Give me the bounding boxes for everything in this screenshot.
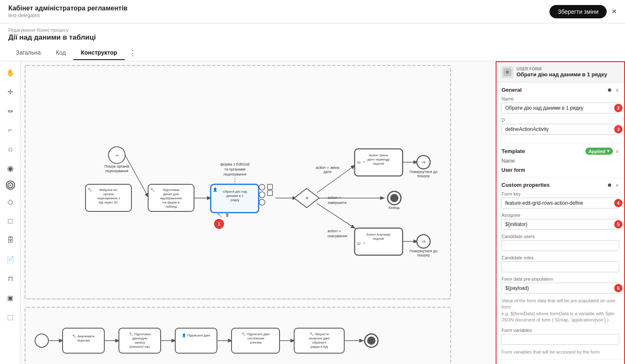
tool-frame[interactable]: ▣ — [3, 291, 18, 305]
svg-text:ліцензії: ліцензії — [373, 237, 384, 241]
section-general-controls: ∨ — [608, 87, 619, 93]
svg-text:Вибрати всі: Вибрати всі — [99, 188, 118, 192]
candidate-roles-input[interactable] — [502, 261, 619, 272]
svg-text:🔧: 🔧 — [217, 212, 222, 218]
form-variables-input[interactable] — [502, 334, 619, 345]
svg-text:✕: ✕ — [305, 196, 309, 201]
form-data-label: Form data pre-population — [502, 276, 619, 281]
tool-diamond[interactable]: ◇ — [3, 195, 18, 209]
tool-cylinder[interactable]: ⊓ — [3, 271, 18, 286]
template-controls: Applied ▾ ∨ — [585, 148, 619, 155]
app-title: Кабінет адміністратора регламентів — [8, 5, 128, 12]
svg-text:Обрати дію над: Обрати дію над — [223, 190, 247, 193]
tool-crosshair[interactable]: ✛ — [3, 85, 18, 99]
name-label: Name — [502, 96, 619, 101]
svg-text:таблиці: таблиці — [165, 205, 177, 208]
close-button[interactable]: × — [612, 7, 617, 16]
badge-5: 5 — [614, 220, 622, 228]
section-general-header[interactable]: General ∨ — [502, 87, 619, 93]
tool-db[interactable]: 🗄 — [3, 233, 18, 247]
svg-text:👤: 👤 — [213, 187, 218, 192]
svg-point-30 — [259, 184, 265, 190]
svg-text:(transient var): (transient var) — [129, 345, 150, 349]
svg-rect-89 — [175, 328, 217, 353]
template-name-label: Name — [502, 158, 619, 164]
tool-doc[interactable]: 📄 — [3, 252, 18, 266]
svg-text:Повернутися до: Повернутися до — [410, 249, 438, 253]
svg-text:ключем: ключем — [250, 341, 262, 344]
main-layout: ✋ ✛ ⇔ ⌐ ○ ◉ ⊙ ◇ □ 🗄 📄 ⊓ ▣ ⬚ ⇒ Пошук орга… — [0, 61, 625, 364]
left-toolbar: ✋ ✛ ⇔ ⌐ ○ ◉ ⊙ ◇ □ 🗄 📄 ⊓ ▣ ⬚ — [0, 61, 21, 364]
svg-text:ліцензії: ліцензії — [373, 162, 384, 166]
svg-text:данихдля: данихдля — [132, 336, 147, 340]
page-title: Дії над даними в таблиці — [8, 33, 617, 42]
svg-text:оновлені дані: оновлені дані — [309, 336, 330, 340]
svg-text:⇒: ⇒ — [115, 153, 118, 158]
section-custom: Custom properties ∨ Form key 4 Assignee … — [496, 178, 624, 360]
svg-text:Пошук органів: Пошук органів — [104, 164, 129, 168]
svg-text:⇒: ⇒ — [421, 159, 426, 165]
svg-text:🔧: 🔧 — [150, 187, 155, 192]
chevron-down-icon: ▾ — [607, 148, 610, 154]
id-input[interactable] — [502, 124, 619, 135]
tool-circle-thick[interactable]: ⊙ — [6, 181, 15, 190]
badge-6: 6 — [614, 284, 622, 292]
candidate-users-input[interactable] — [502, 240, 619, 251]
section-template: Template Applied ▾ ∨ Name User form — [496, 143, 624, 178]
svg-text:ліцензію: ліцензію — [77, 339, 90, 342]
svg-text:системним: системним — [247, 336, 264, 340]
svg-text:action = зміна: action = зміна — [316, 166, 340, 170]
template-applied-badge[interactable]: Applied ▾ — [585, 148, 613, 155]
template-name-value: User form — [502, 167, 619, 173]
assignee-input[interactable] — [502, 219, 619, 230]
tab-constructor[interactable]: Конструктор — [73, 46, 125, 60]
badge-4: 4 — [614, 199, 622, 207]
name-input[interactable] — [502, 103, 619, 113]
svg-text:Action Ануляція: Action Ануляція — [366, 233, 391, 236]
tool-circle-empty[interactable]: ○ — [3, 142, 18, 156]
svg-text:рядку: рядку — [231, 198, 239, 202]
badge-2: 2 — [614, 104, 622, 112]
svg-text:action =: action = — [328, 196, 341, 200]
breadcrumb: Редагування бізнес-процесу — [8, 28, 617, 33]
svg-text:БД через SC: БД через SC — [98, 201, 118, 204]
more-menu-button[interactable]: ⋮ — [125, 45, 141, 61]
tool-select-box[interactable]: ⬚ — [3, 310, 18, 324]
svg-text:пошуку: пошуку — [417, 253, 430, 257]
id-label: D — [502, 118, 619, 123]
tool-circle-filled[interactable]: ◉ — [3, 161, 18, 176]
save-button[interactable]: Зберегти зміни — [549, 5, 607, 18]
form-key-input[interactable] — [502, 198, 619, 208]
svg-text:🔧: 🔧 — [88, 187, 93, 192]
svg-text:даних для: даних для — [163, 192, 179, 196]
bpmn-canvas-area[interactable]: ⇒ Пошук органів ліцензування 🔧 Підготовк… — [21, 61, 496, 364]
svg-point-107 — [506, 70, 509, 74]
sub-header: Редагування бізнес-процесу Дії над даним… — [0, 23, 625, 61]
tool-move[interactable]: ⇔ — [3, 104, 18, 118]
tool-square[interactable]: □ — [3, 214, 18, 228]
badge-3: 3 — [614, 125, 622, 133]
form-data-input[interactable] — [502, 283, 619, 294]
tool-hand[interactable]: ✋ — [3, 65, 18, 80]
template-chevron: ∨ — [615, 148, 619, 154]
svg-rect-34 — [267, 191, 272, 196]
form-key-label: Form key — [502, 191, 619, 196]
tool-lasso[interactable]: ⌐ — [3, 123, 18, 137]
svg-point-104 — [367, 336, 376, 345]
panel-header-text: USER FORM Обрати дію над даними в 1 рядк… — [517, 67, 619, 78]
svg-text:👤 Підписати дані: 👤 Підписати дані — [182, 333, 210, 337]
svg-point-31 — [259, 192, 265, 198]
tab-general[interactable]: Загальна — [8, 46, 48, 60]
svg-text:🔧 Анулювати: 🔧 Анулювати — [72, 334, 94, 338]
section-custom-header[interactable]: Custom properties ∨ — [502, 182, 619, 188]
svg-text:🔧 Підписати дані: 🔧 Підписати дані — [242, 332, 270, 336]
panel-header-icon — [502, 66, 513, 78]
tab-code[interactable]: Код — [48, 46, 73, 60]
svg-text:1: 1 — [218, 221, 220, 226]
svg-point-32 — [259, 199, 265, 205]
section-general-title: General — [502, 87, 522, 93]
svg-text:на формі в: на формі в — [163, 201, 179, 204]
field-form-key: Form key 4 — [502, 191, 619, 208]
field-id: D 3 — [502, 118, 619, 135]
section-template-header[interactable]: Template Applied ▾ ∨ — [502, 148, 619, 155]
